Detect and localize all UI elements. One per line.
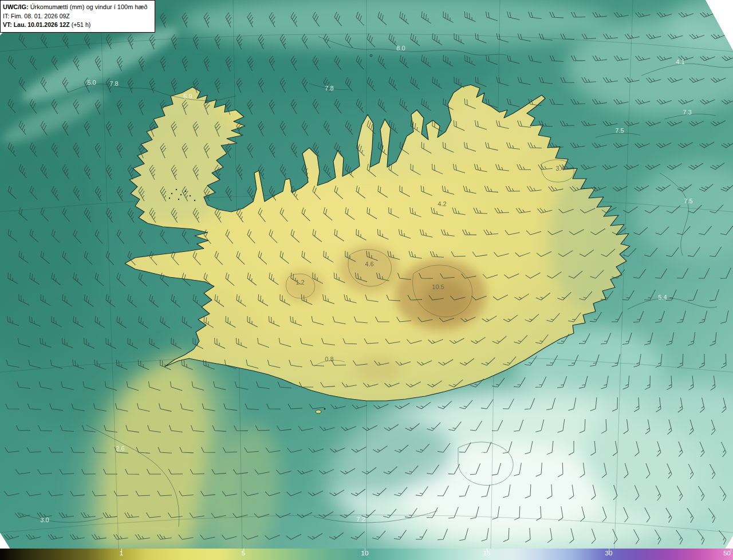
contour-label: 7.8 xyxy=(109,80,118,87)
contour-label: 7.3 xyxy=(683,109,691,116)
contour-label: 4.1 xyxy=(676,58,684,65)
contour-label: 2.6 xyxy=(116,445,124,452)
contour-label: 7.8 xyxy=(325,85,333,92)
contour-label: 7.5 xyxy=(684,198,692,204)
valid-suffix: (+51 h) xyxy=(70,21,90,28)
product-label: UWC/IG: xyxy=(3,3,29,10)
colorbar-tick-label: 50 xyxy=(723,550,731,557)
contour-label: 4.6 xyxy=(365,261,373,267)
colorbar-tick-label: 15 xyxy=(483,550,491,557)
colorbar: 1510153050 xyxy=(0,549,733,560)
contour-label: 6.9 xyxy=(183,93,192,100)
init-time: IT: Fim. 08. 01. 2026 09Z xyxy=(3,12,151,21)
weather-map-canvas: 8.04.15.07.87.86.97.37.53.47.54.24.61.21… xyxy=(0,0,733,560)
contour-label: 0.8 xyxy=(325,356,333,362)
contour-label: 7.2 xyxy=(356,516,365,523)
contour-label: 3.4 xyxy=(555,165,564,172)
colorbar-tick-label: 10 xyxy=(361,550,369,557)
contour-label: 5.0 xyxy=(87,79,96,86)
contour-label: 3.0 xyxy=(40,516,49,523)
colorbar-tick-label: 1 xyxy=(120,550,123,557)
product-title-line: UWC/IG: Úrkomumætti (mm) og vindur í 100… xyxy=(3,2,151,12)
title-box: UWC/IG: Úrkomumætti (mm) og vindur í 100… xyxy=(0,0,155,33)
contour-label: 1.2 xyxy=(295,279,304,286)
contour-label: 5.4 xyxy=(658,294,667,301)
contour-label: 4.2 xyxy=(438,200,446,207)
contour-label: 7.5 xyxy=(615,127,624,134)
colorbar-tick xyxy=(731,549,731,551)
contour-label: 0.6 xyxy=(475,449,484,456)
valid-time-line: VT: Lau. 10.01.2026 12Z (+51 h) xyxy=(3,21,151,30)
colorbar-tick-label: 5 xyxy=(242,550,245,557)
contour-label: 10.5 xyxy=(432,283,444,290)
contour-label: 8.0 xyxy=(396,45,405,52)
valid-time: VT: Lau. 10.01.2026 12Z xyxy=(3,21,70,28)
product-title: Úrkomumætti (mm) og vindur í 100m hæð xyxy=(30,3,148,10)
colorbar-tick-label: 30 xyxy=(605,550,613,557)
weather-map-page: 8.04.15.07.87.86.97.37.53.47.54.24.61.21… xyxy=(0,0,733,560)
